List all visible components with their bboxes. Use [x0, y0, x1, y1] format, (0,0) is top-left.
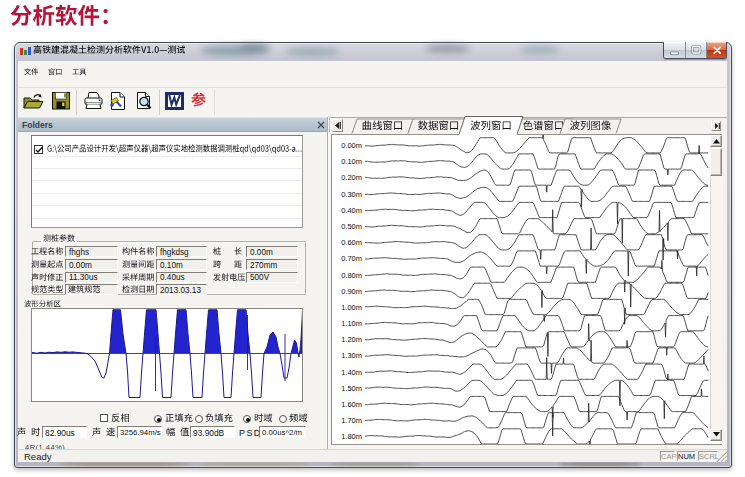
svg-text:0.30m: 0.30m [341, 190, 362, 199]
svg-text:0.50m: 0.50m [341, 222, 362, 231]
svg-text:1.00m: 1.00m [341, 303, 362, 312]
svg-text:1.30m: 1.30m [341, 351, 362, 360]
svg-text:0.80m: 0.80m [341, 271, 362, 280]
svg-text:0.40m: 0.40m [341, 206, 362, 215]
svg-text:0.10m: 0.10m [341, 157, 362, 166]
svg-text:0.20m: 0.20m [341, 173, 362, 182]
svg-text:1.40m: 1.40m [341, 368, 362, 377]
svg-text:1.70m: 1.70m [341, 416, 362, 425]
svg-text:0.70m: 0.70m [341, 254, 362, 263]
svg-text:0.60m: 0.60m [341, 238, 362, 247]
svg-text:0.90m: 0.90m [341, 287, 362, 296]
svg-text:1.10m: 1.10m [341, 319, 362, 328]
svg-text:1.80m: 1.80m [341, 432, 362, 441]
svg-text:1.60m: 1.60m [341, 400, 362, 409]
svg-text:0.00m: 0.00m [341, 141, 362, 150]
svg-text:1.50m: 1.50m [341, 384, 362, 393]
svg-text:1.20m: 1.20m [341, 335, 362, 344]
